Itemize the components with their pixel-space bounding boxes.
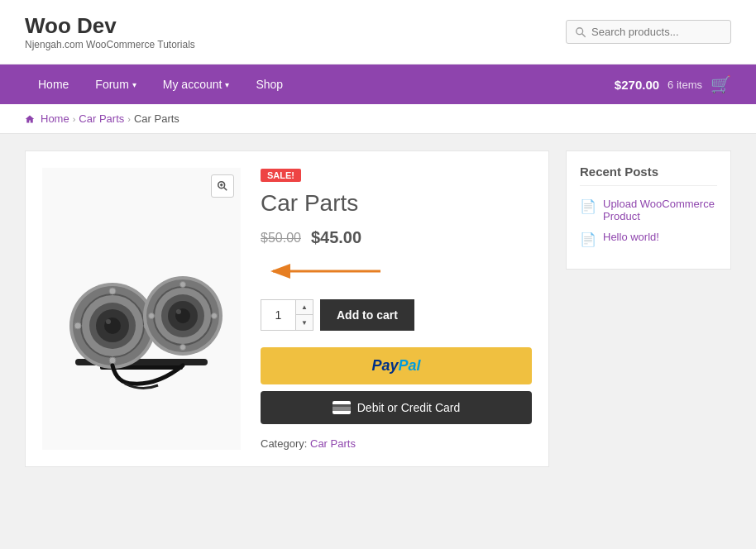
cart-total: $270.00 xyxy=(615,78,659,92)
product-details: SALE! Car Parts $50.00 $45.00 xyxy=(261,168,532,450)
product-container: SALE! Car Parts $50.00 $45.00 xyxy=(42,168,532,450)
svg-line-3 xyxy=(224,188,227,191)
site-header: Woo Dev Njengah.com WooCommerce Tutorial… xyxy=(0,0,756,64)
search-icon xyxy=(575,26,586,38)
cart-icon[interactable]: 🛒 xyxy=(711,74,731,94)
nav-item-shop[interactable]: Shop xyxy=(242,64,296,104)
document-icon: 📄 xyxy=(580,198,596,214)
add-to-cart-row: 1 ▲ ▼ Add to cart xyxy=(261,299,532,331)
svg-point-27 xyxy=(180,344,186,350)
quantity-value: 1 xyxy=(261,300,296,330)
breadcrumb-carparts-link[interactable]: Car Parts xyxy=(79,112,124,125)
site-tagline: Njengah.com WooCommerce Tutorials xyxy=(25,39,195,50)
recent-post-link-2[interactable]: Hello world! xyxy=(603,231,659,243)
zoom-button[interactable] xyxy=(211,174,234,198)
price-area: $50.00 $45.00 xyxy=(261,228,532,247)
paypal-post: Pal xyxy=(399,357,421,374)
site-branding: Woo Dev Njengah.com WooCommerce Tutorial… xyxy=(25,13,195,50)
old-price: $50.00 xyxy=(261,231,301,246)
breadcrumb-current: Car Parts xyxy=(134,112,179,125)
site-nav: Home Forum ▾ My account ▾ Shop $270.00 6… xyxy=(0,64,756,104)
svg-point-29 xyxy=(212,313,218,318)
home-icon xyxy=(25,114,35,124)
quantity-stepper[interactable]: 1 ▲ ▼ xyxy=(261,299,313,331)
product-image-wrap xyxy=(42,168,241,450)
svg-point-16 xyxy=(109,357,116,364)
header-search[interactable] xyxy=(566,20,731,44)
svg-point-28 xyxy=(149,313,155,318)
breadcrumb-sep: › xyxy=(73,114,76,124)
new-price: $45.00 xyxy=(311,228,361,247)
sidebar: Recent Posts 📄 Upload WooCommerce Produc… xyxy=(566,150,731,467)
nav-item-myaccount[interactable]: My account ▾ xyxy=(150,64,243,104)
search-input[interactable] xyxy=(591,26,722,38)
breadcrumb: Home › Car Parts › Car Parts xyxy=(25,112,731,125)
product-area: SALE! Car Parts $50.00 $45.00 xyxy=(25,150,549,467)
nav-item-home[interactable]: Home xyxy=(25,64,82,104)
paypal-button[interactable]: PayPal xyxy=(261,347,532,384)
svg-point-0 xyxy=(577,27,583,34)
main-content: SALE! Car Parts $50.00 $45.00 xyxy=(0,134,756,484)
paypal-pre: Pay xyxy=(371,357,398,374)
cart-count: 6 items xyxy=(667,79,702,91)
svg-point-17 xyxy=(74,322,81,329)
nav-item-forum[interactable]: Forum ▾ xyxy=(82,64,149,104)
breadcrumb-sep: › xyxy=(127,114,131,124)
recent-post-link-1[interactable]: Upload WooCommerce Product xyxy=(603,198,717,222)
svg-point-14 xyxy=(106,319,111,324)
product-title: Car Parts xyxy=(261,190,532,217)
debit-credit-button[interactable]: Debit or Credit Card xyxy=(261,391,532,424)
category-label: Category: xyxy=(261,437,307,450)
site-title: Woo Dev xyxy=(25,13,195,39)
list-item: 📄 Hello world! xyxy=(580,231,717,247)
arrow-icon xyxy=(261,257,385,286)
svg-point-15 xyxy=(109,288,116,294)
product-category: Category: Car Parts xyxy=(261,437,532,450)
svg-point-25 xyxy=(176,309,181,314)
svg-line-1 xyxy=(582,33,586,36)
cart-area: $270.00 6 items 🛒 xyxy=(615,74,731,94)
widget-title: Recent Posts xyxy=(580,165,717,186)
chevron-down-icon: ▾ xyxy=(225,80,229,89)
chevron-down-icon: ▾ xyxy=(132,80,136,89)
svg-point-26 xyxy=(180,281,186,287)
sale-badge: SALE! xyxy=(261,169,301,182)
breadcrumb-bar: Home › Car Parts › Car Parts xyxy=(0,104,756,134)
qty-arrows: ▲ ▼ xyxy=(296,300,313,330)
product-image xyxy=(50,227,232,392)
qty-decrease-button[interactable]: ▼ xyxy=(296,315,313,330)
breadcrumb-home-link[interactable]: Home xyxy=(41,112,69,125)
sidebar-widget-recent-posts: Recent Posts 📄 Upload WooCommerce Produc… xyxy=(566,150,731,270)
card-icon xyxy=(333,401,351,414)
paypal-label: PayPal xyxy=(371,357,420,375)
category-link[interactable]: Car Parts xyxy=(310,437,356,450)
debit-label: Debit or Credit Card xyxy=(357,401,461,414)
zoom-icon xyxy=(217,180,228,192)
qty-increase-button[interactable]: ▲ xyxy=(296,300,313,315)
document-icon: 📄 xyxy=(580,232,596,247)
arrow-indicator xyxy=(261,257,532,286)
list-item: 📄 Upload WooCommerce Product xyxy=(580,198,717,222)
nav-links: Home Forum ▾ My account ▾ Shop xyxy=(25,64,296,104)
add-to-cart-button[interactable]: Add to cart xyxy=(320,299,414,331)
